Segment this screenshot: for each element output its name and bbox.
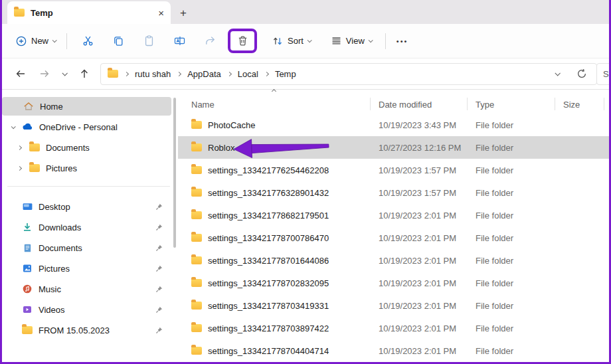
- videos-icon: [21, 304, 33, 315]
- folder-icon: [29, 164, 41, 172]
- sidebar-item-label: Pictures: [46, 163, 77, 173]
- sidebar-item-music[interactable]: Music: [2, 280, 171, 298]
- file-row[interactable]: settings_133421778700786470 10/19/2023 2…: [178, 227, 609, 249]
- file-row-selected[interactable]: Roblox 10/27/2023 12:16 PM File folder: [178, 136, 609, 159]
- copy-button[interactable]: [103, 31, 133, 51]
- column-header-type[interactable]: Type: [468, 95, 555, 114]
- refresh-button[interactable]: [574, 66, 590, 82]
- sidebar-item-label: Documents: [39, 243, 82, 253]
- folder-icon: [191, 347, 202, 355]
- breadcrumb-segment[interactable]: Temp: [272, 67, 299, 81]
- pin-icon: [155, 286, 163, 293]
- share-button[interactable]: [195, 31, 225, 51]
- chevron-right-icon[interactable]: [17, 145, 21, 149]
- chevron-right-icon: [177, 71, 181, 76]
- new-button[interactable]: New: [10, 31, 61, 51]
- column-headers: Name Date modified Type Size: [178, 90, 609, 114]
- new-tab-button[interactable]: +: [180, 7, 187, 20]
- sidebar-item-desktop[interactable]: Desktop: [2, 197, 171, 216]
- sidebar-item-home[interactable]: Home: [2, 97, 171, 116]
- column-header-date-modified[interactable]: Date modified: [371, 95, 468, 114]
- downloads-icon: [21, 222, 33, 232]
- folder-icon: [21, 326, 33, 334]
- folder-icon: [191, 143, 202, 151]
- chevron-down-icon: [52, 38, 57, 43]
- file-row[interactable]: settings_133421778703419331 10/19/2023 2…: [178, 294, 609, 317]
- back-button[interactable]: [12, 65, 29, 82]
- tab-close-icon[interactable]: ×: [158, 8, 164, 18]
- cut-icon: [82, 35, 94, 47]
- folder-icon: [191, 279, 202, 287]
- up-button[interactable]: [76, 65, 93, 82]
- chevron-down-icon: [62, 70, 67, 76]
- sidebar-item-label: FROM 15.05.2023: [39, 325, 110, 335]
- file-row[interactable]: settings_133421778704404714 10/19/2023 2…: [178, 339, 609, 362]
- paste-button[interactable]: [133, 31, 164, 51]
- chevron-down-icon[interactable]: [11, 124, 15, 129]
- navigation-pane: Home OneDrive - Personal Documents Pictu…: [2, 90, 178, 362]
- chevron-right-icon[interactable]: [17, 165, 21, 170]
- recent-locations-button[interactable]: [60, 69, 69, 78]
- column-header-size[interactable]: Size: [555, 95, 604, 114]
- file-row[interactable]: settings_133421778703897422 10/19/2023 2…: [178, 317, 609, 339]
- file-row[interactable]: settings_133421776328901432 10/19/2023 1…: [178, 181, 609, 204]
- sidebar-item-pictures[interactable]: Pictures: [2, 259, 171, 278]
- tab-bar: Temp × +: [2, 0, 609, 24]
- toolbar-divider: [66, 33, 67, 49]
- folder-icon: [108, 70, 118, 78]
- breadcrumb-segment[interactable]: AppData: [185, 67, 224, 81]
- sort-ascending-icon: [272, 89, 276, 94]
- breadcrumb[interactable]: rutu shah AppData Local Temp: [100, 63, 597, 85]
- sidebar-item-label: Pictures: [39, 264, 70, 274]
- file-row[interactable]: settings_133421776254462208 10/19/2023 1…: [178, 159, 609, 181]
- sort-button[interactable]: Sort: [266, 31, 316, 51]
- documents-icon: [21, 243, 33, 253]
- breadcrumb-segment[interactable]: Local: [235, 67, 261, 81]
- sidebar-item-from-folder[interactable]: FROM 15.05.2023: [2, 321, 171, 339]
- pin-icon: [155, 244, 163, 252]
- sidebar-item-videos[interactable]: Videos: [2, 300, 171, 319]
- chevron-down-icon: [368, 38, 373, 43]
- sidebar-item-label: Videos: [39, 305, 65, 315]
- new-button-label: New: [31, 36, 48, 46]
- pin-icon: [155, 306, 163, 314]
- sidebar-item-onedrive[interactable]: OneDrive - Personal: [2, 118, 171, 136]
- rename-button[interactable]: [164, 31, 195, 51]
- tab-temp[interactable]: Temp ×: [7, 1, 171, 24]
- folder-icon: [29, 143, 41, 151]
- paste-icon: [143, 35, 155, 47]
- sidebar-item-label: Documents: [46, 143, 90, 153]
- forward-button[interactable]: [36, 65, 53, 82]
- sidebar-item-label: Home: [40, 102, 63, 112]
- sidebar-item-onedrive-documents[interactable]: Documents: [2, 138, 171, 157]
- music-icon: [21, 284, 33, 294]
- folder-icon: [191, 324, 202, 332]
- pictures-icon: [21, 263, 33, 274]
- file-list: Name Date modified Type Size PhotoCache …: [178, 90, 609, 362]
- address-dropdown-icon[interactable]: [555, 70, 560, 76]
- toolbar-divider: [385, 33, 386, 49]
- tab-title: Temp: [31, 8, 158, 18]
- desktop-icon: [21, 201, 33, 213]
- file-row[interactable]: settings_133421778682179501 10/19/2023 2…: [178, 204, 609, 227]
- file-row[interactable]: PhotoCache 10/19/2023 3:43 PM File folde…: [178, 114, 609, 136]
- see-more-button[interactable]: •••: [391, 33, 414, 49]
- sidebar-item-documents[interactable]: Documents: [2, 238, 171, 257]
- command-toolbar: New: [2, 24, 609, 58]
- sidebar-item-downloads[interactable]: Downloads: [2, 218, 171, 236]
- delete-button[interactable]: [231, 32, 254, 50]
- view-button[interactable]: View: [325, 31, 377, 50]
- pin-icon: [155, 327, 163, 334]
- file-row[interactable]: settings_133421778701644086 10/19/2023 2…: [178, 249, 609, 272]
- breadcrumb-segment[interactable]: rutu shah: [132, 67, 173, 81]
- chevron-right-icon: [264, 71, 269, 76]
- search-input[interactable]: Se: [596, 63, 611, 85]
- column-header-name[interactable]: Name: [178, 95, 371, 114]
- folder-icon: [191, 256, 202, 264]
- cut-button[interactable]: [72, 31, 103, 51]
- folder-icon: [14, 9, 25, 17]
- sort-arrows-icon: [272, 35, 284, 47]
- file-row[interactable]: settings_133421778702832095 10/19/2023 2…: [178, 272, 609, 294]
- sidebar-item-onedrive-pictures[interactable]: Pictures: [2, 159, 171, 177]
- sidebar-scrollbar[interactable]: [173, 98, 176, 248]
